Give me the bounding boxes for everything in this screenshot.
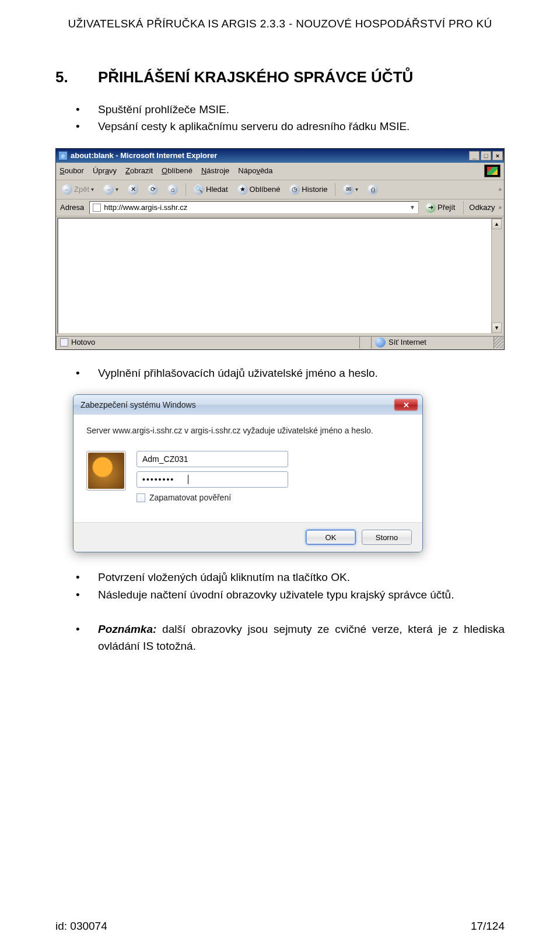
footer-id: id: 030074	[55, 920, 107, 933]
stop-icon: ✕	[128, 184, 138, 195]
zone-icon	[375, 337, 386, 348]
menu-napoveda[interactable]: Nápověda	[238, 166, 272, 175]
text-cursor	[188, 475, 188, 484]
address-value: http://www.argis-i.sshr.cz	[104, 203, 187, 212]
ok-button[interactable]: OK	[306, 530, 356, 545]
footer-page: 17/124	[471, 920, 505, 933]
favorites-button[interactable]: ★Oblíbené	[234, 182, 284, 197]
ie-content-area: ▲ ▼	[57, 218, 503, 334]
overflow-icon[interactable]: »	[498, 186, 502, 192]
home-icon: ⌂	[167, 184, 178, 195]
page-icon	[93, 204, 101, 212]
address-label: Adresa	[58, 203, 86, 212]
history-button[interactable]: ◷Historie	[286, 182, 331, 197]
ie-statusbar: Hotovo Síť Internet	[56, 335, 504, 349]
back-button[interactable]: ←Zpět▾	[58, 182, 97, 197]
print-icon: ⎙	[368, 184, 378, 195]
refresh-icon: ⟳	[148, 184, 158, 195]
go-icon: ➜	[425, 202, 436, 213]
brand-icon	[484, 164, 501, 177]
vertical-scrollbar[interactable]: ▲ ▼	[491, 219, 502, 333]
search-icon: 🔍	[194, 184, 204, 195]
ie-window: e about:blank - Microsoft Internet Explo…	[55, 148, 505, 350]
links-label[interactable]: Odkazy	[469, 203, 495, 212]
history-icon: ◷	[289, 184, 300, 195]
print-button[interactable]: ⎙	[364, 182, 382, 197]
credential-dialog: Zabezpečení systému Windows ✕ Server www…	[73, 394, 423, 552]
note-text: další obrazovky jsou sejmuty ze cvičné v…	[98, 623, 505, 652]
dialog-message: Server www.argis-i.sshr.cz v argis-i.ssh…	[86, 425, 410, 436]
note-label: Poznámka:	[98, 623, 156, 635]
menu-oblibene[interactable]: Oblíbené	[162, 166, 192, 175]
checkbox-icon[interactable]	[136, 493, 145, 502]
forward-button[interactable]: →▾	[100, 182, 122, 197]
remember-label: Zapamatovat pověření	[149, 493, 231, 502]
address-input[interactable]: http://www.argis-i.sshr.cz ▼	[89, 201, 419, 214]
document-header: UŽIVATELSKÁ PŘÍRUČKA IS ARGIS 2.3.3 - NO…	[55, 17, 505, 30]
scroll-down-icon[interactable]: ▼	[492, 323, 502, 333]
bullet-item: Potvrzení vložených údajů kliknutím na t…	[98, 569, 505, 586]
ie-app-icon: e	[58, 151, 68, 160]
bullet-item: Následuje načtení úvodní obrazovky uživa…	[98, 586, 505, 603]
close-button[interactable]: ×	[492, 151, 503, 160]
back-icon: ←	[62, 184, 72, 195]
menu-soubor[interactable]: Soubor	[60, 166, 84, 175]
go-button[interactable]: ➜Přejít	[422, 201, 458, 214]
status-text: Hotovo	[71, 338, 95, 346]
spacer	[98, 603, 505, 620]
section-number: 5.	[55, 68, 98, 86]
menu-zobrazit[interactable]: Zobrazit	[125, 166, 153, 175]
search-button[interactable]: 🔍Hledat	[190, 182, 232, 197]
cancel-button[interactable]: Storno	[362, 530, 412, 545]
user-avatar	[86, 451, 126, 491]
zone-text: Síť Internet	[388, 338, 426, 346]
mail-button[interactable]: ✉▾	[340, 182, 362, 197]
dialog-titlebar: Zabezpečení systému Windows ✕	[74, 395, 422, 415]
ie-toolbar: ←Zpět▾ →▾ ✕ ⟳ ⌂ 🔍Hledat ★Oblíbené ◷Histo…	[56, 180, 504, 199]
ie-titlebar: e about:blank - Microsoft Internet Explo…	[56, 149, 504, 163]
username-field[interactable]	[136, 451, 288, 467]
minimize-button[interactable]: _	[469, 151, 480, 160]
maximize-button[interactable]: □	[481, 151, 491, 160]
stop-button[interactable]: ✕	[124, 182, 142, 197]
bullet-item: Vepsání cesty k aplikačnímu serveru do a…	[98, 118, 505, 135]
refresh-button[interactable]: ⟳	[144, 182, 162, 197]
note-item: Poznámka: další obrazovky jsou sejmuty z…	[98, 621, 505, 655]
menu-upravy[interactable]: Úpravy	[93, 166, 117, 175]
home-button[interactable]: ⌂	[164, 182, 181, 197]
star-icon: ★	[237, 184, 248, 195]
ie-menubar: Soubor Úpravy Zobrazit Oblíbené Nástroje…	[56, 163, 504, 180]
password-field[interactable]	[136, 471, 288, 488]
bullet-item: Spuštění prohlížeče MSIE.	[98, 101, 505, 118]
ie-addressbar: Adresa http://www.argis-i.sshr.cz ▼ ➜Pře…	[56, 199, 504, 216]
menu-nastroje[interactable]: Nástroje	[201, 166, 229, 175]
section-title: PŘIHLÁŠENÍ KRAJSKÉHO SPRÁVCE ÚČTŮ	[98, 68, 413, 86]
ie-window-title: about:blank - Microsoft Internet Explore…	[71, 151, 468, 160]
remember-checkbox-row[interactable]: Zapamatovat pověření	[136, 493, 410, 502]
address-dropdown-icon[interactable]: ▼	[410, 204, 415, 211]
bullet-item: Vyplnění přihlašovacích údajů uživatelsk…	[98, 365, 505, 381]
mail-icon: ✉	[343, 184, 354, 195]
dialog-title: Zabezpečení systému Windows	[80, 400, 394, 409]
page-status-icon	[60, 338, 68, 346]
forward-icon: →	[103, 184, 114, 195]
links-overflow-icon[interactable]: »	[498, 204, 502, 211]
dialog-close-button[interactable]: ✕	[394, 399, 418, 411]
scroll-up-icon[interactable]: ▲	[492, 219, 502, 229]
resize-grip[interactable]	[494, 336, 504, 349]
